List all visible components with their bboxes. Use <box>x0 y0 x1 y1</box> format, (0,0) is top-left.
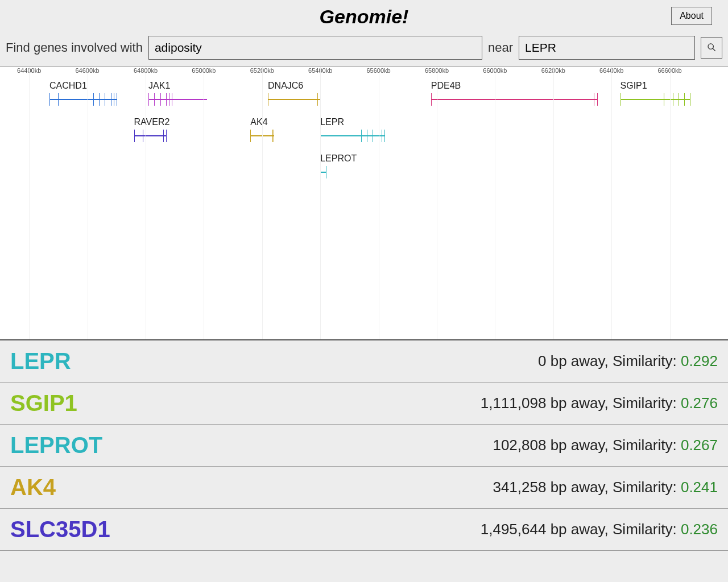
gene-PDE4B[interactable]: PDE4B <box>431 93 597 107</box>
result-meta: 1,495,644 bp away, Similarity: 0.236 <box>481 521 718 538</box>
gene-DNAJC6[interactable]: DNAJC6 <box>268 93 320 107</box>
result-name: LEPR <box>10 348 71 374</box>
about-button[interactable]: About <box>671 7 712 25</box>
gene-SGIP1[interactable]: SGIP1 <box>621 93 690 107</box>
result-name: LEPROT <box>10 433 102 458</box>
gene-label: LEPR <box>320 117 344 127</box>
search-icon <box>707 43 716 53</box>
gene-LEPROT[interactable]: LEPROT <box>320 166 326 180</box>
header: Genomie! About <box>0 0 728 32</box>
svg-line-1 <box>713 48 715 51</box>
search-button[interactable] <box>701 37 722 59</box>
result-row-LEPR[interactable]: LEPR0 bp away, Similarity: 0.292 <box>0 340 728 383</box>
gene-CACHD1[interactable]: CACHD1 <box>49 93 117 107</box>
result-row-SGIP1[interactable]: SGIP11,111,098 bp away, Similarity: 0.27… <box>0 383 728 425</box>
gene-JAK1[interactable]: JAK1 <box>148 93 206 107</box>
result-name: SLC35D1 <box>10 517 110 542</box>
search-label-locus: near <box>488 40 513 55</box>
gene-label: AK4 <box>250 117 267 127</box>
result-meta: 0 bp away, Similarity: 0.292 <box>538 352 718 370</box>
results-list[interactable]: LEPR0 bp away, Similarity: 0.292SGIP11,1… <box>0 340 728 573</box>
search-label-phenotype: Find genes involved with <box>6 40 143 55</box>
gene-label: CACHD1 <box>49 81 87 91</box>
gene-label: RAVER2 <box>134 117 170 127</box>
result-meta: 341,258 bp away, Similarity: 0.241 <box>493 479 718 496</box>
result-row-LEPROT[interactable]: LEPROT102,808 bp away, Similarity: 0.267 <box>0 425 728 467</box>
gene-label: PDE4B <box>431 81 461 91</box>
result-name: AK4 <box>10 475 56 500</box>
gene-label: SGIP1 <box>621 81 647 91</box>
axis-ruler: 64400kb64600kb64800kb65000kb65200kb65400… <box>0 67 728 78</box>
result-meta: 1,111,098 bp away, Similarity: 0.276 <box>481 394 718 412</box>
search-bar: Find genes involved with near <box>0 32 728 66</box>
gene-label: DNAJC6 <box>268 81 303 91</box>
result-row-SLC35D1[interactable]: SLC35D11,495,644 bp away, Similarity: 0.… <box>0 509 728 551</box>
result-row-AK4[interactable]: AK4341,258 bp away, Similarity: 0.241 <box>0 467 728 509</box>
gene-LEPR[interactable]: LEPR <box>320 130 384 143</box>
gene-label: JAK1 <box>148 81 170 91</box>
gene-label: LEPROT <box>320 153 357 164</box>
genome-browser[interactable]: 64400kb64600kb64800kb65000kb65200kb65400… <box>0 66 728 340</box>
result-meta: 102,808 bp away, Similarity: 0.267 <box>493 436 718 454</box>
app-title: Genomie! <box>0 6 728 28</box>
result-name: SGIP1 <box>10 390 77 416</box>
phenotype-input[interactable] <box>148 36 482 60</box>
svg-point-0 <box>708 44 713 49</box>
locus-input[interactable] <box>519 36 695 60</box>
gene-RAVER2[interactable]: RAVER2 <box>134 130 166 143</box>
